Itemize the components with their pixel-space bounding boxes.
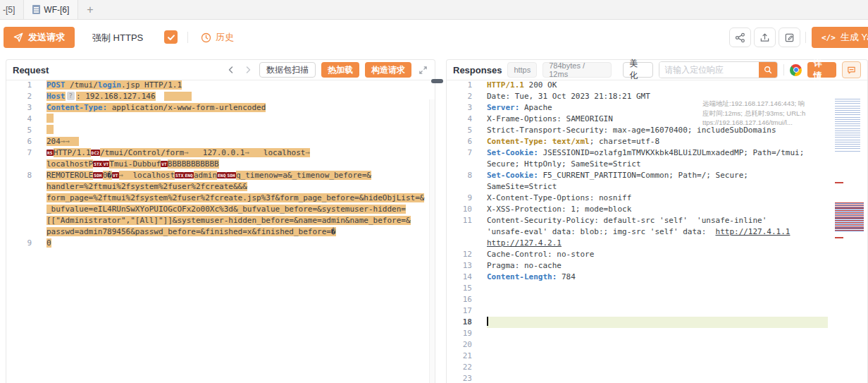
code-line[interactable]: 8Set-Cookie: F5_CURRENT_PARTITION=Common…	[447, 170, 867, 181]
force-https-checkbox[interactable]	[164, 30, 178, 44]
construct-request-button[interactable]: 构造请求	[365, 62, 411, 78]
code-line[interactable]: _bufvalue=eIL4RUnSwXYoPUIOGcOFx2o00Xc%3d…	[6, 204, 435, 215]
response-viewer[interactable]: 1HTTP/1.1 200 OK2Date: Tue, 31 Oct 2023 …	[447, 80, 867, 383]
code-line[interactable]: 22	[447, 362, 867, 373]
line-content: 204→→	[46, 136, 435, 147]
response-title: Responses	[453, 65, 502, 75]
size-time-badge: 784bytes / 12ms	[542, 62, 611, 78]
code-line[interactable]: 6Content-Type: text/xml; charset=utf-8	[447, 136, 867, 147]
new-tab-button[interactable]: +	[78, 4, 101, 16]
chevron-right-icon[interactable]	[242, 64, 254, 75]
code-token: HTTP/1.1	[54, 148, 91, 157]
chevron-left-icon[interactable]	[225, 64, 237, 75]
fuzzer-toolbar: 发送请求 强制 HTTPS 历史 </> 生成 Yaml	[0, 20, 868, 59]
text-cursor	[487, 317, 488, 326]
code-line[interactable]: localhostPSTXVTTmui-DubbufVTBBBBBBBBBBB	[6, 159, 435, 170]
line-number	[447, 181, 472, 193]
line-number: 21	[447, 351, 472, 362]
code-line[interactable]: form_page=%2ftmui%2fsystem%2fuser%2fcrea…	[6, 193, 435, 204]
code-line[interactable]: 21	[447, 351, 867, 362]
code-line[interactable]: Secure; HttpOnly; SameSite=Strict	[447, 159, 867, 170]
line-number: 15	[447, 283, 472, 294]
code-line[interactable]: 16	[447, 294, 867, 305]
chrome-icon[interactable]	[790, 64, 802, 76]
export-button[interactable]	[754, 28, 776, 47]
code-line[interactable]: 12Cache-Control: no-store	[447, 249, 867, 260]
line-number: 4	[6, 114, 32, 125]
beautify-button[interactable]: 美化	[623, 62, 654, 78]
send-request-button[interactable]: 发送请求	[4, 27, 75, 48]
code-line[interactable]: 1HTTP/1.1 200 OK	[447, 80, 867, 91]
protocol-badge: https	[507, 62, 537, 78]
code-line[interactable]: handler=%2ftmui%2fsystem%2fuser%2fcreate…	[6, 181, 435, 193]
packet-scan-button[interactable]: 数据包扫描	[259, 62, 316, 78]
code-line[interactable]: SameSite=Strict	[447, 181, 867, 193]
code-token: /tmui/Control/form	[100, 148, 184, 157]
minimap-headers-block	[835, 99, 864, 152]
code-token: Content-Security-Policy: default-src 'se…	[487, 216, 771, 225]
edit-button[interactable]	[779, 28, 800, 47]
generate-yaml-button[interactable]: </> 生成 Yaml	[812, 27, 868, 48]
code-token: 'unsafe-eval' data: blob:; img-src 'self…	[487, 227, 716, 236]
response-minimap[interactable]	[833, 99, 865, 383]
code-line[interactable]: 10X-XSS-Protection: 1; mode=block	[447, 204, 867, 215]
line-number: 2	[447, 91, 472, 102]
code-line[interactable]: 20	[447, 339, 867, 351]
code-line[interactable]: 19	[447, 328, 867, 339]
code-line[interactable]: 5	[6, 125, 435, 136]
code-line[interactable]: passwd=admin789456&passwd_before=&finish…	[6, 226, 435, 238]
line-number: 11	[447, 215, 472, 226]
panel-splitter-handle[interactable]	[431, 79, 443, 83]
line-number	[6, 159, 32, 170]
code-line[interactable]: 7RSHTTP/1.1DC2/tmui/Control/form→ 127.0.…	[6, 147, 435, 159]
details-button[interactable]: 详情	[807, 62, 837, 78]
code-line[interactable]: 15	[447, 283, 867, 294]
code-brackets-icon: </>	[822, 33, 836, 42]
code-line[interactable]: 6204→→	[6, 136, 435, 147]
locate-response-input[interactable]	[659, 62, 759, 78]
code-token: handler=%2ftmui%2fsystem%2fuser%2fcreate…	[46, 182, 247, 191]
code-line[interactable]: [["Administrator","[All]"]]&systemuser-h…	[6, 215, 435, 226]
comment-button[interactable]	[842, 61, 861, 78]
tab-active-label: WF-[6]	[44, 5, 69, 15]
code-line[interactable]: 3Content-Type: application/x-www-form-ur…	[6, 102, 435, 114]
code-line[interactable]: 4	[6, 114, 435, 125]
code-line[interactable]: 8REMOTEROLESOH0�VT→ localhostSTXENQadmin…	[6, 170, 435, 181]
toolbar-divider	[187, 32, 188, 43]
code-token: 0	[46, 238, 51, 248]
code-token: ?	[67, 92, 75, 100]
code-line[interactable]: 'unsafe-eval' data: blob:; img-src 'self…	[447, 226, 867, 238]
code-token: Server:	[487, 103, 519, 112]
line-content: form_page=%2ftmui%2fsystem%2fuser%2fcrea…	[46, 193, 435, 204]
code-token: Pragma: no-cache	[487, 261, 562, 270]
code-line[interactable]: 11Content-Security-Policy: default-src '…	[447, 215, 867, 226]
code-line[interactable]: 13Pragma: no-cache	[447, 260, 867, 272]
code-token: 204	[46, 137, 61, 146]
request-editor[interactable]: 1POST /tmui/login.jsp HTTP/1.12Host?: 19…	[6, 80, 435, 383]
line-number: 5	[447, 125, 472, 136]
search-button[interactable]	[759, 62, 777, 78]
code-line[interactable]: 14Content-Length: 784	[447, 272, 867, 283]
code-line[interactable]: 23	[447, 373, 867, 383]
edit-icon	[784, 32, 795, 43]
tab-active[interactable]: WF-[6]	[24, 0, 78, 19]
code-line[interactable]: http://127.4.2.1	[447, 238, 867, 249]
code-line[interactable]: 7Set-Cookie: JSESSIONID=ozlafg1mTMVKXkbk…	[447, 147, 867, 159]
history-button[interactable]: 历史	[201, 31, 234, 44]
line-content: X-XSS-Protection: 1; mode=block	[487, 204, 828, 215]
share-button[interactable]	[729, 28, 751, 47]
line-number	[6, 204, 32, 215]
fullscreen-icon[interactable]	[417, 64, 428, 75]
request-scrollbar[interactable]	[429, 99, 435, 383]
tab-prev[interactable]: -[5]	[0, 0, 24, 19]
code-line[interactable]: 17	[447, 305, 867, 317]
code-line[interactable]: 90	[6, 238, 435, 249]
code-token: localhost	[249, 148, 305, 157]
line-content: Content-Length: 784	[487, 272, 828, 283]
code-line[interactable]: 2Host?: 192.168.127.146	[6, 91, 435, 102]
code-line[interactable]: 9X-Content-Type-Options: nosniff	[447, 193, 867, 204]
code-line[interactable]: 1POST /tmui/login.jsp HTTP/1.1	[6, 80, 435, 91]
hot-reload-button[interactable]: 热加载	[321, 62, 359, 78]
code-token: BBBBBBBBBBB	[168, 159, 219, 169]
code-line[interactable]: 18	[447, 317, 867, 328]
